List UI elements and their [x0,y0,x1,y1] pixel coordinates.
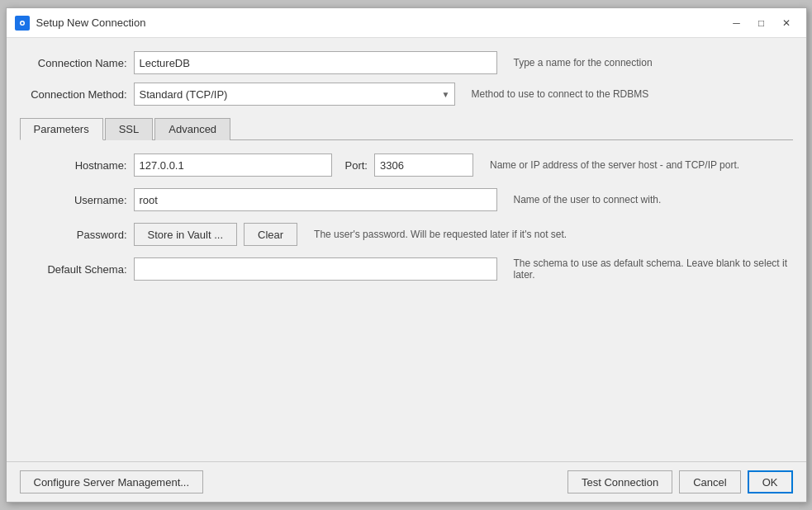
footer-left: Configure Server Management... [20,470,568,493]
default-schema-help: The schema to use as default schema. Lea… [504,257,793,281]
tabs-container: Parameters SSL Advanced Hostname: Port: … [20,114,793,294]
connection-method-wrapper: Standard (TCP/IP) Standard (TCP/IP) over… [134,83,455,106]
connection-method-row: Connection Method: Standard (TCP/IP) Sta… [20,83,793,106]
username-row: Username: Name of the user to connect wi… [20,188,793,211]
test-connection-button[interactable]: Test Connection [567,470,672,493]
cancel-button[interactable]: Cancel [679,470,740,493]
tabs-bar: Parameters SSL Advanced [20,117,793,140]
app-icon [15,16,30,31]
close-button[interactable]: ✕ [775,13,798,33]
minimize-button[interactable]: ─ [725,13,748,33]
connection-name-row: Connection Name: Type a name for the con… [20,51,793,74]
store-in-vault-button[interactable]: Store in Vault ... [134,223,238,246]
connection-name-input[interactable] [134,51,497,74]
window-controls: ─ □ ✕ [725,13,798,33]
footer-right: Test Connection Cancel OK [567,470,793,493]
tab-advanced[interactable]: Advanced [154,118,230,140]
tab-panel-parameters: Hostname: Port: Name or IP address of th… [20,140,793,294]
hostname-help: Name or IP address of the server host - … [480,159,793,171]
tab-parameters[interactable]: Parameters [20,118,103,140]
default-schema-row: Default Schema: The schema to use as def… [20,257,793,281]
default-schema-label: Default Schema: [20,263,127,276]
port-label: Port: [345,159,368,172]
tab-ssl[interactable]: SSL [105,118,154,140]
password-label: Password: [20,229,127,241]
main-content: Connection Name: Type a name for the con… [7,38,806,461]
username-help: Name of the user to connect with. [504,194,793,205]
clear-password-button[interactable]: Clear [244,223,297,246]
username-label: Username: [20,194,127,206]
setup-new-connection-dialog: Setup New Connection ─ □ ✕ Connection Na… [6,7,807,503]
hostname-input[interactable] [134,153,332,177]
svg-point-2 [21,21,23,24]
connection-name-help: Type a name for the connection [504,57,793,68]
connection-method-label: Connection Method: [20,88,127,101]
connection-name-label: Connection Name: [20,57,127,69]
window-title: Setup New Connection [36,17,725,29]
username-input[interactable] [134,188,497,211]
default-schema-input[interactable] [134,257,497,281]
dialog-footer: Configure Server Management... Test Conn… [7,461,806,502]
port-input[interactable] [374,153,473,177]
hostname-row: Hostname: Port: Name or IP address of th… [20,153,793,177]
password-help: The user's password. Will be requested l… [304,229,792,240]
title-bar: Setup New Connection ─ □ ✕ [7,8,806,38]
configure-server-management-button[interactable]: Configure Server Management... [20,470,204,493]
connection-method-select[interactable]: Standard (TCP/IP) Standard (TCP/IP) over… [134,83,455,106]
maximize-button[interactable]: □ [750,13,773,33]
password-row: Password: Store in Vault ... Clear The u… [20,223,793,246]
hostname-label: Hostname: [20,159,127,172]
connection-method-help: Method to use to connect to the RDBMS [462,88,793,100]
ok-button[interactable]: OK [748,470,793,493]
